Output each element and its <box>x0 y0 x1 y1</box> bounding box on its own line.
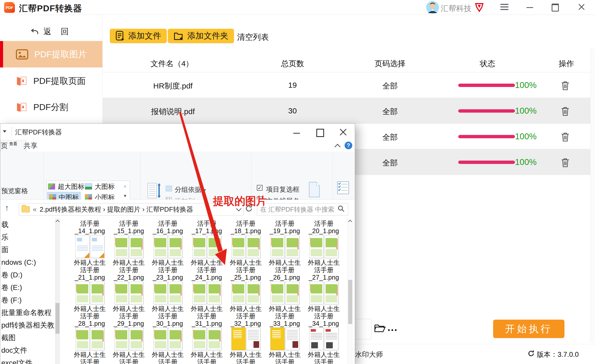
file-name-line: _28_1.png <box>75 320 105 327</box>
sidebar-item-pdf-split[interactable]: PDF分割 <box>0 94 102 120</box>
clear-list-button[interactable]: 清空列表 <box>237 32 269 43</box>
cell-page-select[interactable]: 全部 <box>357 132 423 143</box>
view-large-icons[interactable]: 大图标 <box>85 181 115 192</box>
quick-access-caret-icon[interactable] <box>3 130 6 133</box>
avatar-icon <box>426 1 439 14</box>
file-item[interactable]: 活手册 _18_1.png <box>226 220 265 235</box>
tree-item[interactable]: doc文件 <box>0 344 55 357</box>
tree-item[interactable]: pdf转换器相关教程 <box>0 319 55 331</box>
scrollbar-thumb[interactable] <box>55 303 60 334</box>
file-item[interactable]: 外籍人士生 活手册 _28_1.png <box>70 282 109 327</box>
back-button[interactable]: 返 回 <box>0 23 102 40</box>
file-item[interactable]: 外籍人士生 活手册 _22_1.png <box>109 235 148 281</box>
search-input[interactable]: 在 汇帮PDF转换器 中搜索 <box>257 203 348 215</box>
cell-page-select[interactable]: 全部 <box>357 81 423 91</box>
file-item[interactable]: 外籍人士生 活手册 <box>304 328 343 364</box>
cell-page-select[interactable]: 全部 <box>357 106 423 117</box>
help-icon[interactable]: ? <box>345 142 352 149</box>
file-item[interactable]: 外籍人士生 活手册 <box>70 328 109 364</box>
item-checkboxes-label[interactable]: 项目复选框 <box>266 185 299 194</box>
explorer-minimize-button[interactable] <box>293 133 300 134</box>
file-item[interactable]: 活手册 _15_1.png <box>109 220 148 235</box>
up-one-level-icon[interactable]: ↑ <box>5 203 9 213</box>
file-item[interactable]: 外籍人士生 活手册 <box>109 328 148 364</box>
delete-button[interactable] <box>561 106 571 116</box>
delete-button[interactable] <box>561 81 571 91</box>
tab-home-cut[interactable]: 页 <box>1 141 8 150</box>
menu-icon[interactable] <box>500 4 509 11</box>
tree-item[interactable]: 卷 (F:) <box>0 294 55 306</box>
tree-item[interactable]: 截图 <box>0 331 55 344</box>
view-extra-large-icons[interactable]: 超大图标 <box>48 181 84 192</box>
minimize-button[interactable] <box>526 7 533 8</box>
output-folder-icon[interactable] <box>374 323 386 334</box>
progress-percent: 100% <box>515 132 543 141</box>
file-item[interactable]: 外籍人士生 活手册 _29_1.png <box>109 282 148 327</box>
explorer-close-button[interactable] <box>339 128 347 136</box>
file-name-line: 活手册 <box>197 220 217 227</box>
collapse-ribbon-icon[interactable] <box>334 144 340 150</box>
file-thumbnail <box>309 235 339 258</box>
file-item[interactable]: 外籍人士生 活手册 _27_1.png <box>304 235 343 281</box>
file-name-line: _15_1.png <box>114 227 144 235</box>
footer-partner-link[interactable]: 水印大师 <box>355 350 383 359</box>
file-item[interactable]: 外籍人士生 活手册 _21_1.png <box>70 235 109 281</box>
scrollbar-thumb[interactable] <box>348 280 352 324</box>
sidebar-item-pdf-extract-image[interactable]: PDF提取图片 <box>0 41 102 67</box>
tree-item[interactable]: 面 <box>0 243 55 256</box>
file-item[interactable]: 外籍人士生 活手册 _32_1.png <box>226 282 265 327</box>
tree-item[interactable]: 卷 (D:) <box>0 269 55 281</box>
file-item[interactable]: 活手册 _14_1.png <box>70 220 109 235</box>
tree-item[interactable]: 批量重命名教程 <box>0 306 55 319</box>
version-refresh-icon[interactable] <box>528 350 535 358</box>
explorer-maximize-button[interactable] <box>316 129 324 137</box>
tree-item[interactable]: excel文件 <box>0 357 55 364</box>
tab-share[interactable]: 共享 <box>24 141 37 150</box>
cell-page-select[interactable]: 全部 <box>357 158 423 168</box>
file-item[interactable]: 外籍人士生 活手册 _25_1.png <box>226 235 265 281</box>
file-item[interactable]: 活手册 _19_1.png <box>265 220 304 235</box>
file-item[interactable]: 外籍人士生 活手册 _30_1.png <box>148 282 187 327</box>
more-options-button[interactable]: … <box>387 321 398 333</box>
file-item[interactable]: 外籍人士生 活手册 _31_1.png <box>187 282 226 327</box>
preview-pane-button[interactable]: 预览窗格 <box>1 186 28 195</box>
explorer-titlebar: 汇帮PDF转换器 <box>0 124 355 140</box>
breadcrumb-path[interactable]: 2.pdf转换器相关教程 › 提取的图片 › 汇帮PDF转换器 <box>40 205 193 214</box>
item-checkboxes-checkbox[interactable]: ✓ <box>257 185 262 191</box>
file-thumbnail <box>192 328 222 350</box>
close-button[interactable] <box>578 3 585 10</box>
tree-item[interactable]: ndows (C:) <box>0 256 55 269</box>
file-thumbnail <box>270 328 300 350</box>
vip-badge-icon[interactable] <box>474 2 484 13</box>
app-scrollbar-track[interactable] <box>590 49 595 342</box>
breadcrumb[interactable]: « 2.pdf转换器相关教程 › 提取的图片 › 汇帮PDF转换器 <box>19 203 243 215</box>
start-run-button[interactable]: 开始执行 <box>493 320 564 338</box>
file-item[interactable]: 活手册 _17_1.png <box>187 220 226 235</box>
tree-scrollbar[interactable] <box>55 218 60 364</box>
file-item[interactable]: 外籍人士生 活手册 _34_1.png <box>304 282 343 327</box>
files-scrollbar[interactable] <box>347 218 353 364</box>
file-item[interactable]: 外籍人士生 活手册 _24_1.png <box>187 235 226 281</box>
delete-button[interactable] <box>561 158 571 168</box>
file-item[interactable]: 活手册 _20_1.png <box>304 220 343 235</box>
file-item[interactable]: 外籍人士生 活手册 <box>265 328 304 364</box>
file-item[interactable]: 外籍人士生 活手册 <box>226 328 265 364</box>
tree-item[interactable]: 乐 <box>0 231 55 243</box>
tree-item[interactable]: 载 <box>0 218 55 231</box>
group-by-button[interactable]: 分组依据 <box>175 185 206 194</box>
titlebar-separator <box>12 127 12 136</box>
file-item[interactable]: 外籍人士生 活手册 _26_1.png <box>265 235 304 281</box>
add-file-button[interactable]: 添加文件 <box>110 29 167 43</box>
file-item[interactable]: 外籍人士生 活手册 _33_1.png <box>265 282 304 327</box>
add-folder-button[interactable]: 添加文件夹 <box>168 29 234 43</box>
file-item[interactable]: 活手册 _16_1.png <box>148 220 187 235</box>
sidebar-item-pdf-extract-page[interactable]: PDF提取页面 <box>0 68 102 94</box>
file-item[interactable]: 外籍人士生 活手册 _23_1.png <box>148 235 187 281</box>
file-item[interactable]: 外籍人士生 活手册 <box>148 328 187 364</box>
file-name-line: 活手册 <box>236 312 256 320</box>
user-avatar[interactable] <box>426 1 439 15</box>
maximize-button[interactable] <box>552 4 559 12</box>
file-item[interactable]: 外籍人士生 活手册 <box>187 328 226 364</box>
tree-item[interactable]: 卷 (E:) <box>0 281 55 294</box>
delete-button[interactable] <box>561 132 571 142</box>
